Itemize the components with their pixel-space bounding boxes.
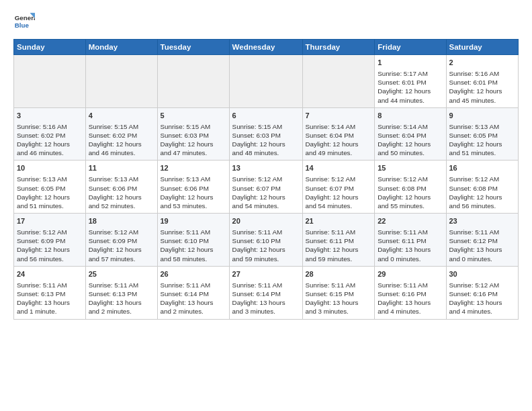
day-number: 19	[161, 216, 226, 226]
header-row: SundayMondayTuesdayWednesdayThursdayFrid…	[14, 40, 519, 55]
calendar-cell: 1Sunrise: 5:17 AM Sunset: 6:01 PM Daylig…	[375, 55, 446, 108]
calendar-cell: 17Sunrise: 5:12 AM Sunset: 6:09 PM Dayli…	[14, 214, 86, 267]
calendar-cell	[229, 55, 302, 108]
day-info: Sunrise: 5:12 AM Sunset: 6:08 PM Dayligh…	[449, 175, 516, 210]
weekday-header: Monday	[85, 40, 157, 55]
day-number: 21	[306, 216, 372, 226]
calendar-cell: 7Sunrise: 5:14 AM Sunset: 6:04 PM Daylig…	[302, 107, 375, 161]
day-number: 13	[232, 163, 300, 173]
page: General Blue SundayMondayTuesdayWednesda…	[0, 0, 532, 411]
day-number: 12	[161, 163, 226, 173]
day-number: 25	[89, 269, 154, 279]
calendar-cell: 27Sunrise: 5:11 AM Sunset: 6:14 PM Dayli…	[229, 266, 302, 319]
day-number: 17	[17, 216, 83, 226]
day-number: 15	[378, 163, 443, 173]
day-info: Sunrise: 5:11 AM Sunset: 6:13 PM Dayligh…	[17, 281, 83, 316]
day-info: Sunrise: 5:12 AM Sunset: 6:07 PM Dayligh…	[232, 175, 300, 210]
calendar-cell: 20Sunrise: 5:11 AM Sunset: 6:10 PM Dayli…	[229, 214, 302, 267]
day-number: 26	[161, 269, 226, 279]
day-number: 18	[89, 216, 154, 226]
weekday-header: Sunday	[14, 40, 86, 55]
day-number: 10	[17, 163, 83, 173]
calendar-cell: 30Sunrise: 5:12 AM Sunset: 6:16 PM Dayli…	[446, 266, 519, 319]
header: General Blue	[13, 11, 519, 32]
calendar-cell: 22Sunrise: 5:11 AM Sunset: 6:11 PM Dayli…	[375, 214, 446, 267]
svg-text:Blue: Blue	[15, 21, 30, 29]
calendar-week: 24Sunrise: 5:11 AM Sunset: 6:13 PM Dayli…	[14, 266, 519, 319]
day-info: Sunrise: 5:11 AM Sunset: 6:12 PM Dayligh…	[449, 228, 516, 263]
day-info: Sunrise: 5:17 AM Sunset: 6:01 PM Dayligh…	[378, 69, 443, 105]
day-info: Sunrise: 5:13 AM Sunset: 6:05 PM Dayligh…	[449, 122, 516, 158]
weekday-header: Tuesday	[157, 40, 229, 55]
calendar-cell: 24Sunrise: 5:11 AM Sunset: 6:13 PM Dayli…	[14, 266, 86, 319]
day-info: Sunrise: 5:11 AM Sunset: 6:14 PM Dayligh…	[161, 281, 226, 316]
calendar-cell: 8Sunrise: 5:14 AM Sunset: 6:04 PM Daylig…	[375, 107, 446, 161]
calendar-week: 1Sunrise: 5:17 AM Sunset: 6:01 PM Daylig…	[14, 55, 519, 108]
day-info: Sunrise: 5:11 AM Sunset: 6:14 PM Dayligh…	[232, 281, 300, 316]
day-number: 2	[449, 58, 516, 68]
day-number: 24	[17, 269, 83, 279]
day-info: Sunrise: 5:12 AM Sunset: 6:09 PM Dayligh…	[89, 228, 154, 263]
day-info: Sunrise: 5:11 AM Sunset: 6:13 PM Dayligh…	[89, 281, 154, 316]
calendar-cell: 23Sunrise: 5:11 AM Sunset: 6:12 PM Dayli…	[446, 214, 519, 267]
calendar-cell	[302, 55, 375, 108]
calendar-cell: 9Sunrise: 5:13 AM Sunset: 6:05 PM Daylig…	[446, 107, 519, 161]
calendar-cell: 28Sunrise: 5:11 AM Sunset: 6:15 PM Dayli…	[302, 266, 375, 319]
day-info: Sunrise: 5:14 AM Sunset: 6:04 PM Dayligh…	[378, 122, 443, 158]
day-number: 11	[89, 163, 154, 173]
calendar-week: 3Sunrise: 5:16 AM Sunset: 6:02 PM Daylig…	[14, 107, 519, 161]
day-number: 23	[449, 216, 516, 226]
day-number: 14	[306, 163, 372, 173]
day-number: 9	[449, 111, 516, 121]
day-info: Sunrise: 5:11 AM Sunset: 6:15 PM Dayligh…	[306, 281, 372, 316]
day-info: Sunrise: 5:11 AM Sunset: 6:11 PM Dayligh…	[378, 228, 443, 263]
calendar-cell: 12Sunrise: 5:13 AM Sunset: 6:06 PM Dayli…	[157, 161, 229, 214]
day-number: 8	[378, 111, 443, 121]
weekday-header: Saturday	[446, 40, 519, 55]
day-number: 6	[232, 111, 300, 121]
calendar-cell: 13Sunrise: 5:12 AM Sunset: 6:07 PM Dayli…	[229, 161, 302, 214]
day-info: Sunrise: 5:11 AM Sunset: 6:10 PM Dayligh…	[232, 228, 300, 263]
calendar-cell: 16Sunrise: 5:12 AM Sunset: 6:08 PM Dayli…	[446, 161, 519, 214]
calendar-week: 17Sunrise: 5:12 AM Sunset: 6:09 PM Dayli…	[14, 214, 519, 267]
day-number: 27	[232, 269, 300, 279]
day-info: Sunrise: 5:12 AM Sunset: 6:08 PM Dayligh…	[378, 175, 443, 210]
logo: General Blue	[13, 11, 38, 32]
day-number: 22	[378, 216, 443, 226]
calendar-cell: 18Sunrise: 5:12 AM Sunset: 6:09 PM Dayli…	[85, 214, 157, 267]
day-number: 5	[161, 111, 226, 121]
calendar-cell: 3Sunrise: 5:16 AM Sunset: 6:02 PM Daylig…	[14, 107, 86, 161]
calendar-body: 1Sunrise: 5:17 AM Sunset: 6:01 PM Daylig…	[14, 55, 519, 320]
day-info: Sunrise: 5:12 AM Sunset: 6:16 PM Dayligh…	[449, 281, 516, 316]
day-number: 4	[89, 111, 154, 121]
calendar-cell: 19Sunrise: 5:11 AM Sunset: 6:10 PM Dayli…	[157, 214, 229, 267]
day-info: Sunrise: 5:11 AM Sunset: 6:10 PM Dayligh…	[161, 228, 226, 263]
calendar-cell: 4Sunrise: 5:15 AM Sunset: 6:02 PM Daylig…	[85, 107, 157, 161]
day-number: 16	[449, 163, 516, 173]
calendar-cell: 6Sunrise: 5:15 AM Sunset: 6:03 PM Daylig…	[229, 107, 302, 161]
day-number: 29	[378, 269, 443, 279]
day-info: Sunrise: 5:15 AM Sunset: 6:03 PM Dayligh…	[232, 122, 300, 158]
day-number: 20	[232, 216, 300, 226]
calendar-cell: 15Sunrise: 5:12 AM Sunset: 6:08 PM Dayli…	[375, 161, 446, 214]
day-number: 1	[378, 58, 443, 68]
calendar-cell: 2Sunrise: 5:16 AM Sunset: 6:01 PM Daylig…	[446, 55, 519, 108]
day-info: Sunrise: 5:13 AM Sunset: 6:06 PM Dayligh…	[89, 175, 154, 210]
day-info: Sunrise: 5:16 AM Sunset: 6:01 PM Dayligh…	[449, 69, 516, 105]
day-info: Sunrise: 5:11 AM Sunset: 6:11 PM Dayligh…	[306, 228, 372, 263]
day-number: 3	[17, 111, 83, 121]
weekday-header: Thursday	[302, 40, 375, 55]
day-info: Sunrise: 5:12 AM Sunset: 6:09 PM Dayligh…	[17, 228, 83, 263]
calendar-week: 10Sunrise: 5:13 AM Sunset: 6:05 PM Dayli…	[14, 161, 519, 214]
day-info: Sunrise: 5:12 AM Sunset: 6:07 PM Dayligh…	[306, 175, 372, 210]
svg-text:General: General	[15, 14, 35, 21]
day-number: 7	[306, 111, 372, 121]
day-info: Sunrise: 5:11 AM Sunset: 6:16 PM Dayligh…	[378, 281, 443, 316]
weekday-header: Wednesday	[229, 40, 302, 55]
day-info: Sunrise: 5:15 AM Sunset: 6:03 PM Dayligh…	[161, 122, 226, 158]
calendar-cell: 14Sunrise: 5:12 AM Sunset: 6:07 PM Dayli…	[302, 161, 375, 214]
day-number: 28	[306, 269, 372, 279]
calendar-cell	[157, 55, 229, 108]
calendar-cell: 11Sunrise: 5:13 AM Sunset: 6:06 PM Dayli…	[85, 161, 157, 214]
calendar-cell: 29Sunrise: 5:11 AM Sunset: 6:16 PM Dayli…	[375, 266, 446, 319]
